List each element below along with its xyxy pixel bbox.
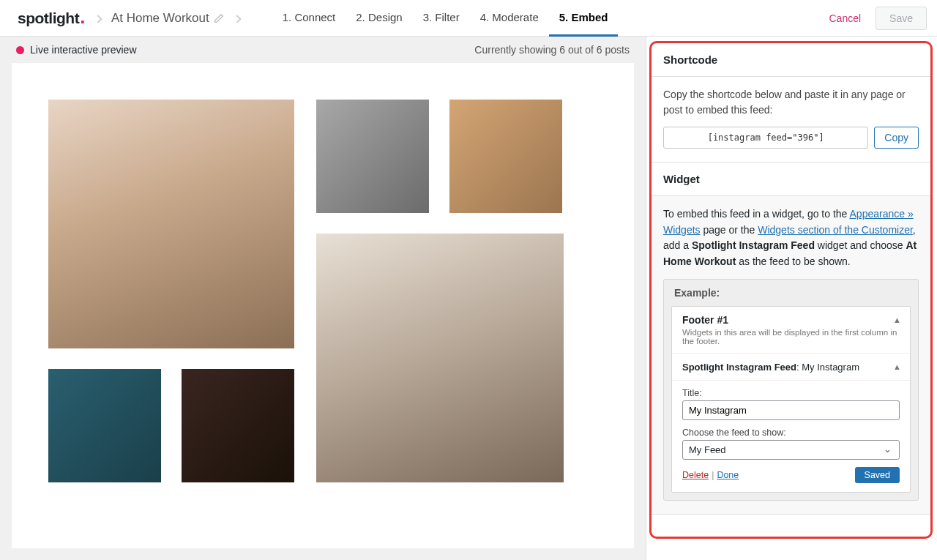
grid-row: [48, 369, 294, 482]
example-widget: Footer #1 Widgets in this area will be d…: [671, 306, 911, 493]
sidebar: Shortcode Copy the shortcode below and p…: [646, 37, 937, 560]
preview-canvas: [12, 63, 634, 548]
widget-text-part: widget and choose: [815, 239, 906, 251]
sidebar-highlight: Shortcode Copy the shortcode below and p…: [649, 41, 933, 539]
step-connect[interactable]: 1. Connect: [272, 0, 346, 37]
grid-row: [316, 100, 564, 213]
widget-instructions: To embed this feed in a widget, go to th…: [663, 206, 919, 270]
title-input[interactable]: [682, 400, 900, 420]
logo: spotlight.: [18, 10, 85, 27]
customizer-widgets-link[interactable]: Widgets section of the Customizer: [758, 224, 913, 236]
shortcode-input[interactable]: [instagram feed="396"]: [663, 127, 868, 149]
example-box: Example: Footer #1 Widgets in this area …: [663, 279, 919, 501]
feed-name[interactable]: At Home Workout: [111, 11, 209, 26]
preview-bar: Live interactive preview Currently showi…: [12, 37, 634, 63]
shortcode-body: Copy the shortcode below and paste it in…: [652, 77, 930, 163]
choose-feed-label: Choose the feed to show:: [682, 428, 900, 438]
example-footer-row[interactable]: Footer #1 Widgets in this area will be d…: [672, 307, 910, 354]
pencil-icon[interactable]: [214, 13, 224, 23]
chevron-right-icon: [234, 12, 240, 24]
live-dot-icon: [16, 46, 24, 54]
shortcode-heading: Shortcode: [652, 43, 930, 77]
feed-post[interactable]: [316, 100, 429, 213]
save-button[interactable]: Save: [876, 7, 927, 30]
main-layout: Live interactive preview Currently showi…: [0, 37, 937, 560]
done-link[interactable]: Done: [717, 470, 739, 480]
feed-post[interactable]: [48, 369, 161, 482]
widget-heading: Widget: [652, 163, 930, 196]
example-label: Example:: [664, 280, 918, 306]
caret-up-icon: ▲: [893, 316, 901, 324]
example-footer-title: Footer #1: [682, 314, 900, 326]
example-feed-row[interactable]: Spotlight Instagram Feed: My Instagram ▲: [672, 354, 910, 381]
preview-count: Currently showing 6 out of 6 posts: [474, 44, 630, 56]
grid-col-1: [48, 100, 294, 482]
example-feed-label: Spotlight Instagram Feed: My Instagram: [682, 362, 859, 373]
saved-button[interactable]: Saved: [855, 467, 900, 483]
example-actions: Delete | Done Saved: [682, 467, 900, 483]
app-header: spotlight. At Home Workout 1. Connect 2.…: [0, 0, 937, 37]
feed-post[interactable]: [48, 100, 294, 348]
cancel-button[interactable]: Cancel: [821, 8, 868, 29]
widget-body: To embed this feed in a widget, go to th…: [652, 196, 930, 515]
copy-button[interactable]: Copy: [874, 127, 919, 149]
title-label: Title:: [682, 388, 900, 398]
feed-post[interactable]: [449, 100, 562, 213]
preview-pane: Live interactive preview Currently showi…: [0, 37, 646, 560]
shortcode-row: [instagram feed="396"] Copy: [663, 127, 919, 149]
choose-feed-value: My Feed: [689, 444, 726, 455]
step-filter[interactable]: 3. Filter: [413, 0, 470, 37]
example-form: Title: Choose the feed to show: My Feed …: [672, 381, 910, 492]
wizard-steps: 1. Connect 2. Design 3. Filter 4. Modera…: [272, 0, 619, 37]
feed-post[interactable]: [316, 234, 564, 482]
example-footer-sub: Widgets in this area will be displayed i…: [682, 328, 900, 346]
step-design[interactable]: 2. Design: [346, 0, 412, 37]
header-actions: Cancel Save: [821, 7, 927, 30]
widget-text-bold: Spotlight Instagram Feed: [692, 239, 815, 251]
feed-post[interactable]: [182, 369, 294, 482]
widget-text-part: as the feed to be shown.: [736, 255, 850, 267]
delete-link[interactable]: Delete: [682, 470, 709, 480]
separator: |: [712, 470, 714, 480]
chevron-right-icon: [95, 12, 101, 24]
grid-col-2: [316, 100, 564, 482]
feed-grid: [48, 100, 597, 482]
shortcode-desc: Copy the shortcode below and paste it in…: [663, 87, 919, 118]
widget-text-part: To embed this feed in a widget, go to th…: [663, 208, 850, 220]
step-embed[interactable]: 5. Embed: [549, 0, 619, 37]
step-moderate[interactable]: 4. Moderate: [470, 0, 549, 37]
widget-text-part: page or the: [701, 224, 758, 236]
live-preview-label: Live interactive preview: [30, 44, 137, 56]
logo-text: spotlight: [18, 10, 79, 27]
choose-feed-select[interactable]: My Feed: [682, 440, 900, 460]
caret-up-icon: ▲: [893, 362, 901, 371]
